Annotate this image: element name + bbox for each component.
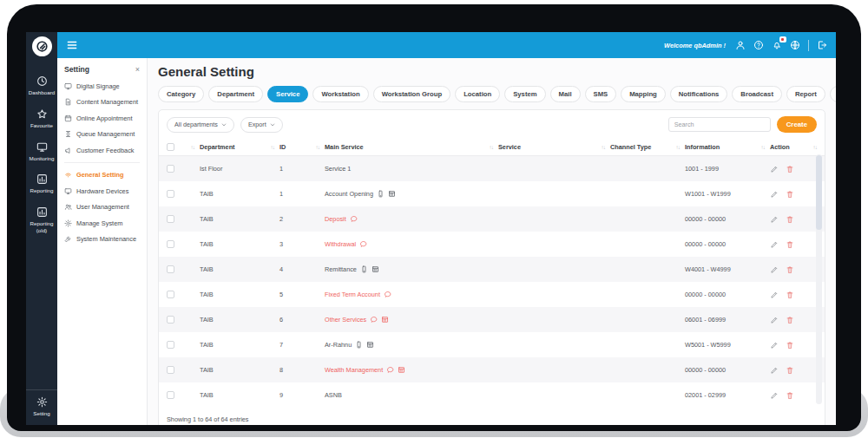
sort-icon[interactable]: ↑↓ — [761, 144, 765, 150]
close-icon[interactable]: × — [135, 66, 140, 74]
sidebar-item-reporting-old[interactable]: Reporting (old) — [26, 206, 57, 234]
user-icon[interactable] — [735, 40, 746, 50]
menu-item-digital-signage[interactable]: Digital Signage — [64, 82, 140, 90]
tab-broadcast[interactable]: Broadcast — [732, 86, 782, 102]
cell-main-service: Ar-Rahnu — [325, 341, 352, 349]
tab-workstation[interactable]: Workstation — [312, 86, 368, 102]
delete-icon[interactable] — [786, 341, 794, 350]
device-mockup: Dashboard Favourite Monitoring Reporting… — [0, 0, 868, 438]
cell-main-service: ASNB — [325, 391, 342, 399]
sidebar-nav: Dashboard Favourite Monitoring Reporting… — [26, 75, 57, 246]
edit-icon[interactable] — [770, 316, 779, 324]
edit-icon[interactable] — [770, 165, 779, 173]
row-checkbox[interactable] — [167, 215, 174, 223]
app-window: Dashboard Favourite Monitoring Reporting… — [26, 32, 836, 425]
table-row: TAIB 6 Other Services 06001 - 06999 — [159, 307, 825, 332]
edit-icon[interactable] — [770, 291, 779, 299]
logout-icon[interactable] — [817, 40, 827, 50]
export-dropdown[interactable]: Export — [240, 117, 283, 133]
tab-server[interactable]: Server — [830, 86, 836, 102]
tab-sms[interactable]: SMS — [585, 86, 617, 102]
sort-icon[interactable]: ↑↓ — [676, 144, 680, 150]
tab-service[interactable]: Service — [267, 86, 308, 102]
table-row: TAIB 7 Ar-Rahnu W5001 - W5999 — [159, 332, 825, 357]
row-checkbox[interactable] — [167, 190, 174, 198]
sidebar-item-monitoring[interactable]: Monitoring — [26, 141, 57, 162]
tab-report[interactable]: Report — [786, 86, 825, 102]
sort-icon[interactable]: ↑↓ — [490, 144, 493, 150]
sidebar-item-label: Monitoring — [28, 155, 56, 162]
delete-icon[interactable] — [786, 240, 794, 249]
hamburger-menu-icon[interactable] — [66, 39, 78, 51]
menu-item-system-maintenance[interactable]: System Maintenance — [64, 235, 140, 243]
sort-icon[interactable]: ↑↓ — [602, 144, 605, 150]
globe-icon[interactable] — [790, 40, 800, 50]
notifications-bell[interactable] — [772, 40, 782, 50]
delete-icon[interactable] — [786, 291, 794, 299]
sidebar-item-reporting[interactable]: Reporting — [26, 173, 57, 194]
row-checkbox[interactable] — [167, 391, 174, 399]
menu-item-customer-feedback[interactable]: Customer Feedback — [64, 147, 140, 154]
tab-category[interactable]: Category — [158, 86, 204, 102]
menu-item-queue-management[interactable]: Queue Management — [64, 130, 140, 138]
sidebar-item-favourite[interactable]: Favourite — [26, 108, 57, 129]
top-bar: Welcome qbAdmin ! — [57, 32, 836, 58]
delete-icon[interactable] — [786, 265, 794, 274]
menu-item-general-setting[interactable]: General Setting — [64, 171, 140, 179]
edit-icon[interactable] — [770, 190, 779, 199]
edit-icon[interactable] — [770, 391, 779, 400]
sidebar-item-dashboard[interactable]: Dashboard — [26, 75, 57, 96]
row-checkbox[interactable] — [167, 240, 174, 248]
tab-mapping[interactable]: Mapping — [621, 86, 666, 102]
menu-item-user-management[interactable]: User Management — [64, 203, 140, 211]
sort-icon[interactable]: ↑↓ — [316, 144, 319, 150]
tab-notifications[interactable]: Notifications — [670, 86, 728, 102]
row-checkbox[interactable] — [167, 265, 174, 273]
cell-id: 1 — [279, 190, 325, 198]
table-toolbar: All departments Export Create — [159, 110, 825, 139]
edit-icon[interactable] — [770, 240, 779, 249]
row-checkbox[interactable] — [167, 291, 174, 298]
edit-icon[interactable] — [770, 215, 779, 224]
search-input[interactable] — [668, 117, 771, 132]
mobile-icon — [360, 265, 368, 273]
column-header-information: Information — [685, 143, 720, 151]
edit-icon[interactable] — [770, 366, 779, 375]
menu-item-content-management[interactable]: Content Management — [64, 98, 140, 106]
select-all-checkbox[interactable] — [167, 143, 174, 151]
row-checkbox[interactable] — [167, 316, 174, 324]
delete-icon[interactable] — [786, 391, 794, 400]
help-icon[interactable] — [753, 40, 764, 50]
cell-main-service: Other Services — [325, 316, 366, 324]
chat-icon — [350, 215, 358, 223]
edit-icon[interactable] — [770, 265, 779, 274]
tab-system[interactable]: System — [504, 86, 545, 102]
delete-icon[interactable] — [786, 316, 794, 324]
menu-item-manage-system[interactable]: Manage System — [64, 219, 140, 227]
delete-icon[interactable] — [786, 366, 794, 375]
sidebar-item-setting[interactable]: Setting — [26, 389, 57, 425]
chat-icon — [386, 366, 394, 374]
sort-icon[interactable]: ↑↓ — [191, 144, 194, 150]
tab-department[interactable]: Department — [208, 86, 263, 102]
row-checkbox[interactable] — [167, 366, 174, 374]
tab-location[interactable]: Location — [455, 86, 500, 102]
delete-icon[interactable] — [786, 215, 794, 224]
sort-icon[interactable]: ↑↓ — [813, 144, 817, 150]
scrollbar-thumb[interactable] — [816, 155, 822, 230]
sort-icon[interactable]: ↑↓ — [271, 144, 274, 150]
tab-workstation-group[interactable]: Workstation Group — [373, 86, 450, 102]
tab-mail[interactable]: Mail — [550, 86, 581, 102]
department-filter-dropdown[interactable]: All departments — [167, 117, 234, 133]
create-button[interactable]: Create — [777, 116, 817, 133]
row-checkbox[interactable] — [167, 341, 174, 349]
delete-icon[interactable] — [786, 190, 794, 199]
cell-information: 00000 - 00000 — [685, 240, 770, 248]
menu-item-hardware-devices[interactable]: Hardware Devices — [64, 187, 140, 195]
delete-icon[interactable] — [786, 165, 794, 173]
panel-title: Setting — [64, 65, 89, 74]
menu-item-online-appointment[interactable]: Online Appointment — [64, 114, 140, 122]
edit-icon[interactable] — [770, 341, 779, 350]
table-scrollbar[interactable] — [816, 154, 822, 404]
row-checkbox[interactable] — [167, 165, 174, 173]
